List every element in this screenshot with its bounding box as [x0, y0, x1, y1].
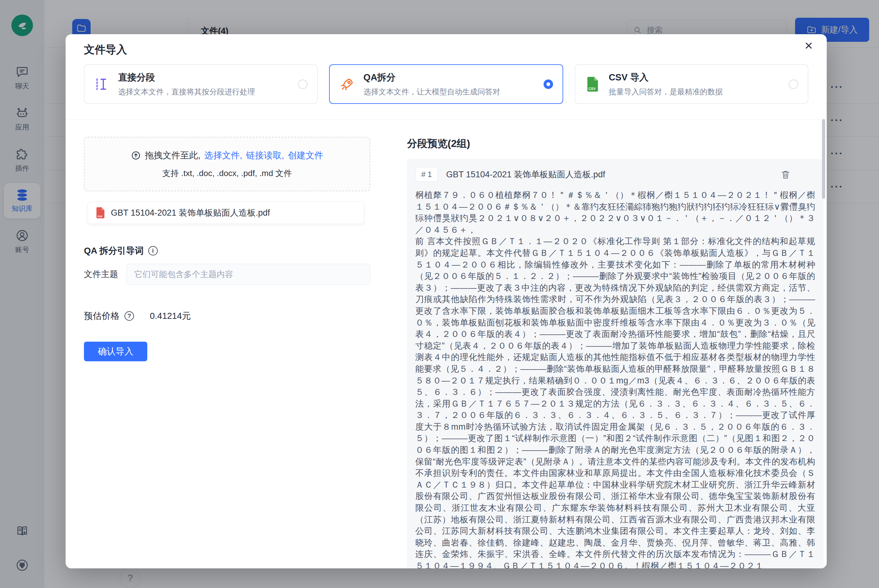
chunk-text[interactable]: 㭎植犛７９．０６０植植犛㭎７０！＂＃＄％＆＇（）＊椵㭎／㯹１５１０４—２０２１！… [415, 189, 815, 568]
price-value: 0.41214元 [150, 310, 191, 322]
chunk-source-name: GBT 15104-2021 装饰单板贴面人造板.pdf [446, 169, 605, 180]
modal-scrollbar-thumb[interactable] [822, 119, 825, 199]
mode-title: CSV 导入 [609, 71, 723, 84]
drag-text: 拖拽文件至此, [145, 150, 200, 162]
price-label: 预估价格 [84, 310, 119, 322]
dialog-title: 文件导入 [84, 42, 127, 57]
mode-title: QA拆分 [363, 71, 500, 84]
create-file-link[interactable]: 创建文件 [288, 150, 323, 162]
topic-field-row: 文件主题 [84, 264, 370, 285]
topic-label: 文件主题 [84, 268, 118, 280]
topic-input[interactable] [126, 264, 370, 285]
svg-text:CSV: CSV [589, 87, 596, 90]
delete-chunk-button[interactable] [780, 170, 790, 180]
mode-title: 直接分段 [118, 71, 255, 84]
close-icon[interactable]: × [805, 39, 813, 52]
trash-icon [780, 170, 790, 180]
link-fetch-link[interactable]: 链接读取, [246, 150, 284, 162]
help-icon[interactable]: ? [125, 311, 134, 321]
preview-title: 分段预览(2组) [407, 137, 823, 151]
uploaded-file-name: GBT 15104-2021 装饰单板贴面人造板.pdf [111, 207, 270, 219]
mode-card-qa-split[interactable]: QA拆分 选择文本文件，让大模型自动生成问答对 [329, 64, 563, 104]
mode-desc: 批量导入问答对，是最精准的数据 [609, 87, 723, 97]
file-import-dialog: 文件导入 × 直接分段 选择文本文件，直接将其按分段进行处理 QA拆分 选择文本… [66, 34, 827, 568]
divider [66, 120, 827, 120]
svg-text:PDF: PDF [98, 215, 103, 218]
info-icon[interactable]: i [148, 246, 158, 255]
chunk-paragraph: 㭎植犛７９．０６０植植犛㭎７０！＂＃＄％＆＇（）＊椵㭎／㯹１５１０４—２０２１！… [415, 189, 815, 236]
radio-unchecked[interactable] [298, 80, 308, 89]
qa-prompt-label-text: QA 拆分引导词 [84, 245, 144, 257]
upload-icon [131, 150, 141, 160]
uploaded-file-item[interactable]: PDF GBT 15104-2021 装饰单板贴面人造板.pdf [88, 202, 364, 224]
segment-icon [94, 76, 110, 92]
csv-file-icon: CSV [585, 76, 601, 92]
mode-card-csv-import[interactable]: CSV CSV 导入 批量导入问答对，是最精准的数据 [575, 64, 808, 104]
qa-prompt-label: QA 拆分引导词 i [84, 245, 370, 257]
chunk-card: # 1 GBT 15104-2021 装饰单板贴面人造板.pdf 㭎植犛７９．０… [407, 159, 823, 568]
pdf-file-icon: PDF [96, 207, 105, 219]
price-row: 预估价格 ? 0.41214元 [84, 310, 370, 322]
supported-types-text: 支持 .txt, .doc, .docx, .pdf, .md 文件 [162, 168, 292, 179]
radio-checked[interactable] [544, 80, 553, 89]
mode-card-text: QA拆分 选择文本文件，让大模型自动生成问答对 [363, 71, 500, 97]
mode-desc: 选择文本文件，让大模型自动生成问答对 [363, 87, 500, 97]
select-file-link[interactable]: 选择文件, [204, 150, 242, 162]
mode-desc: 选择文本文件，直接将其按分段进行处理 [118, 87, 255, 97]
chunk-index-badge: # 1 [415, 167, 438, 182]
rocket-icon [339, 76, 355, 92]
file-dropzone[interactable]: 拖拽文件至此, 选择文件, 链接读取, 创建文件 支持 .txt, .doc, … [84, 137, 370, 191]
dropzone-line1: 拖拽文件至此, 选择文件, 链接读取, 创建文件 [131, 150, 323, 162]
confirm-import-button[interactable]: 确认导入 [84, 342, 147, 361]
chunk-header: # 1 GBT 15104-2021 装饰单板贴面人造板.pdf [415, 167, 815, 182]
segment-preview-panel: 分段预览(2组) # 1 GBT 15104-2021 装饰单板贴面人造板.pd… [407, 137, 823, 568]
import-mode-cards: 直接分段 选择文本文件，直接将其按分段进行处理 QA拆分 选择文本文件，让大模型… [84, 64, 808, 104]
import-left-panel: 拖拽文件至此, 选择文件, 链接读取, 创建文件 支持 .txt, .doc, … [84, 137, 370, 361]
mode-card-text: CSV 导入 批量导入问答对，是最精准的数据 [609, 71, 723, 97]
radio-unchecked[interactable] [789, 80, 798, 89]
chunk-paragraph: 前 言本文件按照ＧＢ／Ｔ１．１—２０２０《标准化工作导则 第１部分：标准化文件的… [415, 236, 815, 568]
mode-card-direct-segment[interactable]: 直接分段 选择文本文件，直接将其按分段进行处理 [84, 64, 318, 104]
mode-card-text: 直接分段 选择文本文件，直接将其按分段进行处理 [118, 71, 255, 97]
